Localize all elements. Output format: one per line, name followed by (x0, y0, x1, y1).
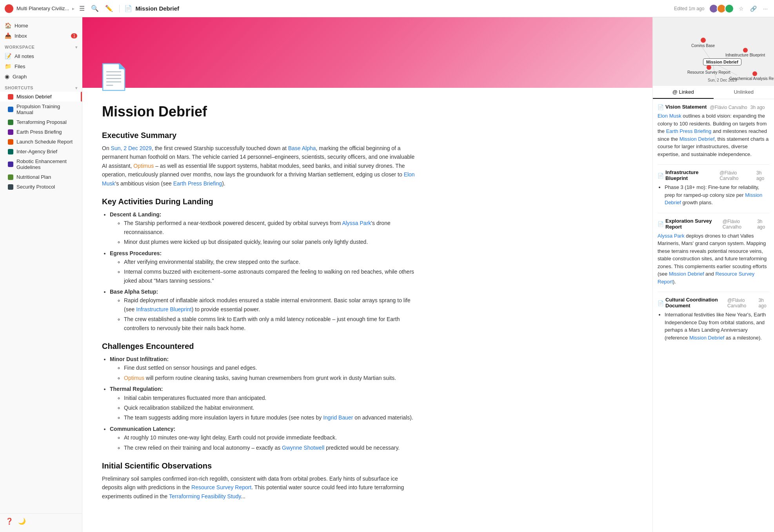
thermal-sub-1: Initial cabin temperatures fluctuated mo… (124, 394, 416, 402)
comms-sub-1: At roughly 10 minutes one-way light dela… (124, 433, 416, 442)
link-mission-debrief-panel-3[interactable]: Mission Debrief (669, 271, 704, 277)
link-terraforming-feasibility[interactable]: Terraforming Feasibility Study (169, 493, 241, 499)
link-infra-blueprint-1[interactable]: Infrastructure Blueprint (136, 306, 192, 312)
link-earth-press-panel[interactable]: Earth Press Briefing (666, 128, 712, 134)
link-elon-musk-panel[interactable]: Elon Musk (658, 113, 681, 119)
nutritional-color (8, 174, 13, 180)
panel-content: 📄 Vision Statement @Flávio Carvalho 3h a… (653, 99, 774, 532)
descent-item: Descent & Landing: The Starship performe… (110, 210, 416, 247)
link-mission-debrief-panel-1[interactable]: Mission Debrief (680, 136, 715, 142)
card-vision-body: Elon Musk outlines a bold vision: expand… (658, 112, 769, 158)
card-infra-title[interactable]: Infrastructure Blueprint (665, 169, 716, 181)
link-alyssa-park-1[interactable]: Alyssa Park (342, 220, 371, 226)
sidebar-item-nutritional[interactable]: Nutritional Plan (0, 172, 82, 182)
sidebar-item-inbox[interactable]: 📥 Inbox 1 (0, 31, 82, 41)
dust-item: Minor Dust Infiltration: Fine dust settl… (110, 355, 416, 382)
key-activities-list: Descent & Landing: The Starship performe… (102, 210, 416, 332)
link-mission-debrief-panel-2[interactable]: Mission Debrief (665, 192, 762, 206)
robotic-color (8, 162, 13, 167)
terraforming-color (8, 120, 13, 125)
graph-node-comms[interactable]: Comms Base (691, 38, 715, 48)
graph-node-infra[interactable]: Infrastructure Blueprint (725, 48, 765, 57)
graph-label: Graph (13, 74, 27, 80)
sidebar-item-inter-agency[interactable]: Inter-Agency Brief (0, 147, 82, 156)
comms-heading: Communication Latency: (110, 426, 175, 432)
link-optimus-2[interactable]: Optimus (124, 375, 144, 381)
sidebar-item-security[interactable]: Security Protocol (0, 182, 82, 192)
thermal-sub-list: Initial cabin temperatures fluctuated mo… (110, 394, 416, 422)
graph-node-resource[interactable]: Resource Survey Report (687, 65, 730, 74)
card-infra-author: @Flávio Carvalho (719, 170, 753, 181)
executive-summary-text: On Sun, 2 Dec 2029, the first crewed Sta… (102, 144, 416, 188)
sidebar-item-earth-press[interactable]: Earth Press Briefing (0, 127, 82, 137)
descent-sub-list: The Starship performed a near-textbook p… (110, 219, 416, 246)
sidebar-item-propulsion[interactable]: Propulsion Training Manual (0, 102, 82, 117)
workspace-section: Workspace ▾ (0, 41, 82, 51)
dark-mode-button[interactable]: 🌙 (17, 517, 27, 526)
compose-button[interactable]: ✏️ (104, 3, 114, 14)
egress-sub-list: After verifying environmental stability,… (110, 258, 416, 285)
more-button[interactable]: ··· (761, 4, 769, 13)
comms-sub-2: The crew relied on their training and lo… (124, 443, 416, 452)
link-optimus[interactable]: Optimus (133, 163, 154, 169)
thermal-heading: Thermal Regulation: (110, 386, 163, 392)
sidebar-item-mission-debrief[interactable]: Mission Debrief (0, 92, 82, 102)
propulsion-color (8, 107, 13, 112)
graph-area[interactable]: Comms Base Infrastructure Blueprint Miss… (653, 17, 774, 86)
sidebar-item-home[interactable]: 🏠 Home (0, 20, 82, 31)
link-button[interactable]: 🔗 (749, 4, 758, 13)
link-alyssa-park-panel[interactable]: Alyssa Park (658, 233, 685, 239)
sidebar-item-graph[interactable]: ◉ Graph (0, 71, 82, 82)
panel-tabs: @ Linked Unlinked (653, 86, 774, 99)
sidebar-item-files[interactable]: 📁 Files (0, 61, 82, 71)
sidebar-item-terraforming[interactable]: Terraforming Proposal (0, 117, 82, 127)
linked-tab[interactable]: @ Linked (653, 86, 714, 99)
help-button[interactable]: ❓ (5, 517, 14, 526)
card-exploration: 📄 Exploration Survey Report @Flávio Carv… (658, 218, 769, 286)
card-icon-exploration: 📄 (658, 221, 664, 227)
link-date[interactable]: Sun, 2 Dec 2029 (111, 145, 152, 151)
launch-label: Launch Schedule Report (16, 139, 73, 145)
card-vision-title[interactable]: Vision Statement (665, 104, 707, 110)
card-exploration-title[interactable]: Exploration Survey Report (665, 218, 719, 230)
sidebar-toggle-button[interactable]: ☰ (78, 3, 86, 14)
avatars (710, 4, 734, 13)
search-button[interactable]: 🔍 (89, 3, 100, 14)
thermal-sub-2: Quick recalibration stabilized the habit… (124, 403, 416, 412)
card-cultural-bullets: International festivities like New Year'… (658, 311, 769, 341)
star-button[interactable]: ☆ (737, 4, 745, 13)
propulsion-label: Propulsion Training Manual (16, 103, 77, 115)
link-ingrid-bauer[interactable]: Ingrid Bauer (323, 414, 353, 421)
infra-bullet-1: Phase 3 (18+ mo): Fine-tune for reliabil… (665, 183, 769, 207)
shortcuts-section: Shortcuts ▾ (0, 82, 82, 92)
inbox-icon: 📥 (5, 33, 11, 39)
card-cultural-time: 3h ago (759, 298, 769, 309)
unlinked-tab[interactable]: Unlinked (714, 86, 774, 99)
link-earth-press-briefing[interactable]: Earth Press Briefing (173, 180, 222, 187)
egress-sub-2: Internal comms buzzed with excitement–so… (124, 267, 416, 285)
link-base-alpha[interactable]: Base Alpha (288, 145, 316, 151)
card-cultural-title[interactable]: Cultural Coordination Document (665, 297, 724, 309)
base-alpha-heading: Base Alpha Setup: (110, 289, 158, 295)
inter-agency-color (8, 149, 13, 154)
sidebar-item-launch[interactable]: Launch Schedule Report (0, 137, 82, 147)
link-elon-musk[interactable]: Elon Musk (102, 171, 415, 186)
nutritional-label: Nutritional Plan (16, 174, 51, 180)
thermal-item: Thermal Regulation: Initial cabin temper… (110, 385, 416, 422)
robotic-label: Robotic Enhancement Guidelines (16, 158, 77, 170)
link-resource-survey[interactable]: Resource Survey Report (191, 484, 251, 490)
topbar: Multi Planetary Civiliz... ▸ ☰ 🔍 ✏️ 📄 Mi… (0, 0, 774, 17)
inbox-label: Inbox (15, 33, 27, 39)
link-mission-debrief-panel-4[interactable]: Mission Debrief (689, 335, 725, 341)
sidebar-item-robotic[interactable]: Robotic Enhancement Guidelines (0, 156, 82, 172)
link-gwynne-shotwell[interactable]: Gwynne Shotwell (282, 445, 324, 451)
mission-debrief-label: Mission Debrief (16, 94, 52, 100)
key-activities-heading: Key Activities During Landing (102, 197, 416, 206)
shortcuts-chevron: ▾ (75, 86, 78, 90)
initial-sci-heading: Initial Scientific Observations (102, 461, 416, 470)
graph-node-mission-debrief-active[interactable]: Mission Debrief (703, 58, 741, 65)
comms-item: Communication Latency: At roughly 10 min… (110, 425, 416, 452)
sidebar-item-all-notes[interactable]: 📝 All notes (0, 51, 82, 61)
sidebar-bottom: ❓ 🌙 (0, 513, 82, 529)
app-ellipsis: ▸ (72, 6, 74, 11)
